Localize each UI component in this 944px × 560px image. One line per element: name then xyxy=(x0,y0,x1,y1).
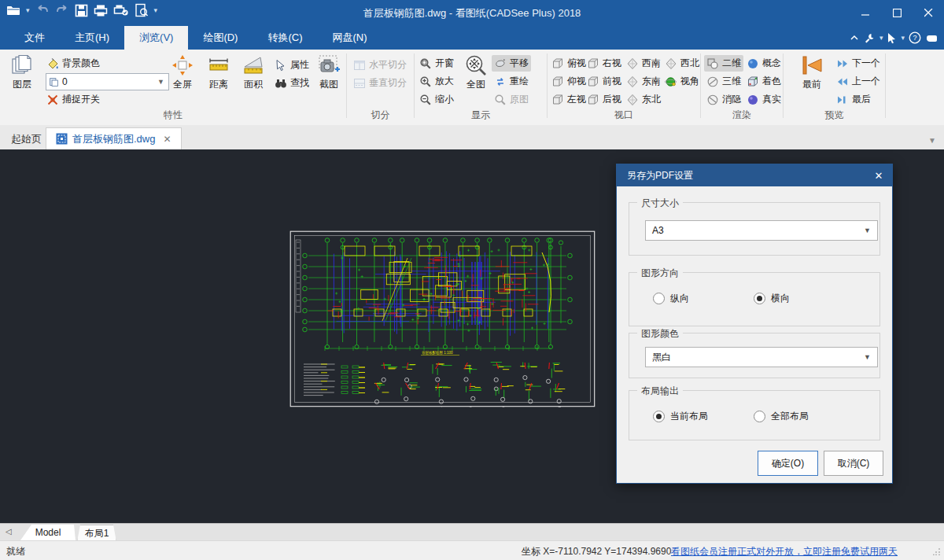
tab-draw[interactable]: 绘图(D) xyxy=(188,26,253,50)
cursor-dropdown-icon[interactable]: ▾ xyxy=(901,34,905,42)
preview-next-button[interactable]: 下一个 xyxy=(834,55,883,72)
open-file-dropdown-icon[interactable]: ▾ xyxy=(26,6,30,14)
preview-prev-button[interactable]: 上一个 xyxy=(834,73,883,90)
ribbon-group-properties: 图层 背景颜色 0 ▼ xyxy=(0,50,346,124)
render-concept-icon xyxy=(747,57,759,70)
render-3d-button[interactable]: 三维 xyxy=(704,73,743,90)
render-shaded-button[interactable]: 着色 xyxy=(744,73,784,90)
render-2d-button[interactable]: 二维 xyxy=(704,55,743,72)
view-angle-button[interactable]: 视角 xyxy=(662,73,702,90)
collapse-ribbon-icon[interactable] xyxy=(849,33,860,42)
tab-convert[interactable]: 转换(C) xyxy=(253,26,317,50)
fullscreen-button[interactable]: 全屏 xyxy=(165,53,200,99)
tab-view[interactable]: 浏览(V) xyxy=(124,26,188,50)
redo-icon[interactable] xyxy=(55,4,69,17)
color-select[interactable]: 黑白 ▼ xyxy=(645,347,878,367)
redraw-button[interactable]: 重绘 xyxy=(492,73,531,90)
size-groupbox: 尺寸大小 A3 ▼ xyxy=(629,202,880,256)
orientation-groupbox: 图形方向 纵向 横向 xyxy=(629,272,880,326)
tab-home[interactable]: 主页(H) xyxy=(60,26,124,50)
distance-button[interactable]: 距离 xyxy=(201,53,236,99)
preview-last-button[interactable]: 最后 xyxy=(834,91,873,108)
snap-toggle-button[interactable]: 捕捉开关 xyxy=(44,91,102,108)
pan-button[interactable]: 平移 xyxy=(492,55,531,72)
close-button[interactable] xyxy=(913,0,944,26)
zoom-in-button[interactable]: 放大 xyxy=(417,73,456,90)
ok-button[interactable]: 确定(O) xyxy=(758,451,818,476)
hsplit-icon xyxy=(353,59,366,72)
qat-customize-icon[interactable]: ▾ xyxy=(154,6,158,14)
hsplit-button[interactable]: 水平切分 xyxy=(351,57,409,73)
attribute-button[interactable]: 属性 xyxy=(272,57,312,73)
view-sw-button[interactable]: 西南 xyxy=(624,55,663,72)
view-bottom-button[interactable]: 仰视 xyxy=(549,73,588,90)
snapshot-button[interactable]: 截图 xyxy=(312,53,346,99)
zoom-all-button[interactable]: 全图 xyxy=(459,53,493,99)
zoom-original-button[interactable]: 原图 xyxy=(492,91,531,108)
resize-grip[interactable] xyxy=(933,547,941,555)
tools-wrench-icon[interactable] xyxy=(864,32,876,44)
render-concept-button[interactable]: 概念 xyxy=(744,55,784,72)
view-ne-button[interactable]: 东北 xyxy=(624,91,663,108)
layer-combo-icon xyxy=(49,77,59,87)
vsplit-button[interactable]: 垂直切分 xyxy=(351,75,409,91)
layout-tab-scroll-left-icon[interactable]: ◁ xyxy=(6,527,12,536)
area-button[interactable]: 面积 xyxy=(236,53,271,99)
layout-tab-model[interactable]: Model xyxy=(20,525,76,540)
ribbon-tab-row: 文件 主页(H) 浏览(V) 绘图(D) 转换(C) 网盘(N) ▾ ▾ ? xyxy=(0,26,944,50)
preview-doc-icon[interactable] xyxy=(135,3,149,17)
batch-print-icon[interactable] xyxy=(113,4,129,17)
maximize-button[interactable] xyxy=(881,0,913,26)
minimize-button[interactable] xyxy=(850,0,881,26)
current-layout-radio[interactable]: 当前布局 xyxy=(653,410,708,423)
render-realistic-button[interactable]: 真实 xyxy=(744,91,784,108)
all-layouts-radio[interactable]: 全部布局 xyxy=(754,410,809,423)
help-icon[interactable]: ? xyxy=(909,31,921,44)
view-se-button[interactable]: 东南 xyxy=(624,73,663,90)
dialog-titlebar[interactable]: 另存为PDF设置 xyxy=(617,164,892,186)
layer-select[interactable]: 0 ▼ xyxy=(46,73,169,90)
ribbon-group-preview: 最前 下一个 上一个 最后 预览 xyxy=(784,50,885,124)
print-icon[interactable] xyxy=(94,4,108,17)
color-groupbox: 图形颜色 黑白 ▼ xyxy=(629,333,880,378)
find-button[interactable]: 查找 xyxy=(272,75,312,91)
group-label-split: 切分 xyxy=(347,109,414,122)
doc-tab-close-icon[interactable]: ✕ xyxy=(163,134,171,145)
feedback-hand-icon[interactable] xyxy=(925,32,938,43)
zoom-original-icon xyxy=(494,94,507,106)
tools-dropdown-icon[interactable]: ▾ xyxy=(879,34,883,42)
cancel-button[interactable]: 取消(C) xyxy=(824,451,883,476)
layers-icon xyxy=(11,54,33,76)
layers-button[interactable]: 图层 xyxy=(5,53,39,99)
view-left-button[interactable]: 左视 xyxy=(549,91,588,108)
zoom-window-button[interactable]: 开窗 xyxy=(417,55,456,72)
save-icon[interactable] xyxy=(75,4,88,17)
layout-tab-layout1[interactable]: 布局1 xyxy=(77,525,116,542)
status-promo-link[interactable]: 看图纸会员注册正式对外开放，立即注册免费试用两天 xyxy=(671,545,898,558)
zoom-out-button[interactable]: 缩小 xyxy=(417,91,456,108)
open-file-icon[interactable] xyxy=(6,4,20,17)
view-top-button[interactable]: 俯视 xyxy=(549,55,588,72)
preview-first-icon xyxy=(801,54,823,76)
paper-size-select[interactable]: A3 ▼ xyxy=(645,220,878,241)
ribbon: 图层 背景颜色 0 ▼ xyxy=(0,50,944,126)
dialog-close-icon[interactable]: ✕ xyxy=(865,164,892,186)
doc-tab-active[interactable]: 首层板钢筋图.dwg ✕ xyxy=(46,127,182,149)
cursor-mode-icon[interactable] xyxy=(887,32,897,44)
view-front-button[interactable]: 前视 xyxy=(584,73,624,90)
preview-first-button[interactable]: 最前 xyxy=(795,53,829,99)
portrait-radio[interactable]: 纵向 xyxy=(653,292,689,305)
doc-tab-start[interactable]: 起始页 xyxy=(2,128,51,149)
view-right-button[interactable]: 右视 xyxy=(584,55,624,72)
vsplit-icon xyxy=(353,77,366,90)
doc-tab-overflow-icon[interactable]: ▼ xyxy=(928,136,936,145)
landscape-radio[interactable]: 横向 xyxy=(754,292,790,305)
tab-file[interactable]: 文件 xyxy=(9,26,60,50)
undo-icon[interactable] xyxy=(35,4,50,17)
view-back-button[interactable]: 后视 xyxy=(584,91,624,108)
view-nw-button[interactable]: 西北 xyxy=(662,55,702,72)
render-hide-button[interactable]: 消隐 xyxy=(704,91,743,108)
background-color-button[interactable]: 背景颜色 xyxy=(44,55,102,72)
tab-cloud[interactable]: 网盘(N) xyxy=(317,26,382,50)
group-label-preview: 预览 xyxy=(784,109,885,122)
